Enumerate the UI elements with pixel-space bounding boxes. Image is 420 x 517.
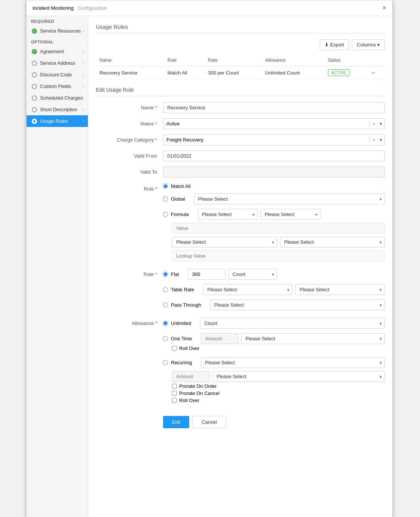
sidebar-item-usage-rules[interactable]: Usage Rules › [27, 115, 88, 127]
formula-lookup-row [172, 250, 385, 261]
status-select[interactable]: Active Inactive [163, 119, 370, 129]
recurring-amount-input[interactable] [172, 371, 209, 382]
allowance-recurring-radio[interactable] [163, 360, 168, 365]
global-select-wrapper: Please Select [194, 194, 385, 204]
flat-value-input[interactable] [188, 269, 226, 280]
usage-rules-table: Name Rule Rate Allowance Status Recovery… [96, 55, 385, 79]
modal-container: Incident Monitoring Configuration × REQU… [26, 0, 393, 517]
formula-value-input[interactable] [172, 223, 385, 234]
formula-select2[interactable]: Please Select [261, 209, 321, 220]
one-time-select[interactable]: Please Select [241, 333, 385, 344]
name-input[interactable] [163, 102, 385, 113]
rate-table-radio[interactable] [163, 287, 168, 292]
sidebar-item-agreement[interactable]: Agreement › [27, 46, 88, 57]
cancel-button[interactable]: Cancel [192, 416, 226, 428]
chevron-right-icon: › [83, 84, 84, 88]
main-content: Usage Rules ⬇ Export Columns ▾ Name Rule… [88, 16, 392, 517]
sidebar-item-scheduled-charges[interactable]: Scheduled Charges › [27, 92, 88, 104]
export-button[interactable]: ⬇ Export [320, 39, 349, 50]
flat-unit-select[interactable]: Count [229, 269, 277, 280]
sidebar-item-discount-code[interactable]: Discount Code › [27, 69, 88, 80]
edit-form-title: Edit Usage Rule [96, 87, 385, 96]
formula-select4[interactable]: Please Select [280, 237, 385, 247]
rate-pass-radio[interactable] [163, 302, 168, 307]
valid-from-input[interactable] [163, 150, 385, 161]
global-select[interactable]: Please Select [194, 194, 385, 204]
rule-label: Rule * [96, 183, 163, 192]
allowance-one-time-label[interactable]: One Time [171, 336, 192, 341]
sidebar-item-custom-fields[interactable]: Custom Fields › [27, 80, 88, 92]
table-select2[interactable]: Please Select [295, 284, 385, 295]
edit-button[interactable]: Edit [163, 416, 189, 428]
formula-select1[interactable]: Please Select [198, 209, 258, 220]
allowance-label: Allowance * [96, 318, 163, 326]
pass-select[interactable]: Please Select [210, 299, 385, 310]
recurring-roll-over-checkbox[interactable] [172, 398, 177, 403]
one-time-select-wrapper: Please Select [241, 333, 385, 344]
rule-global-label[interactable]: Global [171, 196, 185, 202]
prorate-on-order-label[interactable]: Prorate On Order [179, 383, 217, 389]
rate-flat-row: Flat Count [163, 269, 385, 280]
rate-flat-label[interactable]: Flat [171, 271, 179, 277]
sidebar-item-label: Scheduled Charges [40, 95, 83, 101]
one-time-amount-input[interactable] [201, 333, 238, 344]
status-dropdown-icon[interactable]: ▾ [377, 121, 384, 127]
roll-over-checkbox[interactable] [172, 346, 177, 351]
recurring-roll-over-row: Roll Over [172, 398, 385, 403]
sidebar-item-service-resources[interactable]: Service Resources › [27, 25, 88, 37]
status-row: Status * Active Inactive × ▾ [96, 118, 385, 129]
rate-flat-radio[interactable] [163, 272, 168, 277]
col-rate: Rate [204, 55, 261, 66]
lookup-value-input[interactable] [172, 250, 385, 261]
name-row: Name * [96, 102, 385, 113]
allowance-unlimited-radio[interactable] [163, 321, 168, 326]
rule-match-all-label[interactable]: Match All [171, 183, 191, 189]
roll-over-label[interactable]: Roll Over [179, 346, 199, 351]
unlimited-unit-select[interactable]: Count [200, 318, 385, 329]
close-button[interactable]: × [382, 4, 386, 12]
rule-formula-label[interactable]: Formula [171, 212, 189, 217]
formula-select3[interactable]: Please Select [172, 237, 277, 247]
prorate-on-cancel-checkbox[interactable] [172, 391, 177, 396]
rate-table-label[interactable]: Table Rate [171, 287, 194, 292]
rule-formula-row: Formula Please Select [163, 209, 385, 261]
rule-formula-radio[interactable] [163, 212, 168, 217]
rate-pass-label[interactable]: Pass Through [171, 302, 201, 308]
table-select1[interactable]: Please Select [203, 284, 292, 295]
prorate-on-order-checkbox[interactable] [172, 384, 177, 389]
charge-category-clear-icon[interactable]: × [370, 137, 377, 143]
col-rule: Rule [164, 55, 205, 66]
name-label: Name * [96, 102, 163, 110]
section-title: Usage Rules [96, 24, 385, 33]
col-allowance: Allowance [261, 55, 324, 66]
pass-select-wrapper: Please Select [210, 299, 385, 310]
recurring-select[interactable]: Please Select [201, 357, 385, 368]
chevron-right-icon: › [83, 107, 84, 112]
custom-fields-icon [32, 84, 37, 89]
allowance-unlimited-label[interactable]: Unlimited [171, 320, 191, 326]
rule-match-all-radio[interactable] [163, 184, 168, 189]
recurring-unit-select[interactable]: Please Select [212, 371, 385, 382]
valid-to-input[interactable] [163, 167, 385, 177]
status-clear-icon[interactable]: × [370, 121, 377, 127]
formula-selects-row2: Please Select Please Select [172, 237, 385, 247]
prorate-on-cancel-label[interactable]: Prorate On Cancel [179, 390, 220, 396]
charge-category-select[interactable]: Freight Recovery [163, 135, 370, 145]
row-edit[interactable]: ✏ [368, 66, 385, 79]
allowance-one-time-radio[interactable] [163, 336, 168, 341]
prorate-on-order-row: Prorate On Order [172, 383, 385, 389]
recurring-roll-over-label[interactable]: Roll Over [179, 398, 199, 403]
formula-select3-wrapper: Please Select [172, 237, 277, 247]
rule-global-radio[interactable] [163, 197, 168, 201]
sidebar-item-short-description[interactable]: Short Description › [27, 104, 88, 115]
sidebar-item-label: Custom Fields [40, 83, 71, 89]
allowance-recurring-label[interactable]: Recurring [171, 360, 192, 365]
table-header: Name Rule Rate Allowance Status [96, 55, 385, 66]
status-select-wrapper: Active Inactive × ▾ [163, 118, 385, 129]
allowance-row: Allowance * Unlimited [96, 318, 385, 405]
edit-icon[interactable]: ✏ [371, 70, 375, 76]
charge-category-dropdown-icon[interactable]: ▾ [377, 137, 384, 143]
columns-button[interactable]: Columns ▾ [352, 39, 385, 50]
sidebar-item-service-address[interactable]: Service Address › [27, 57, 88, 69]
valid-from-row: Valid From [96, 150, 385, 161]
